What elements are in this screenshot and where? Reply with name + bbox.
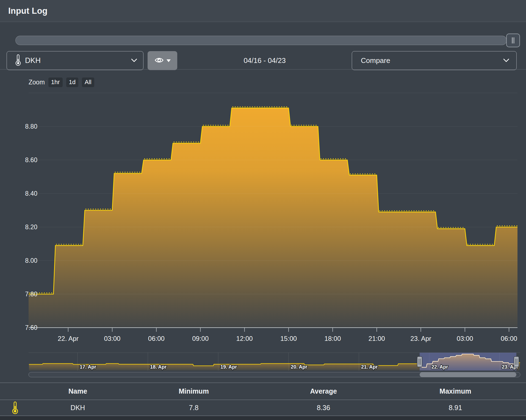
svg-text:17. Apr: 17. Apr — [80, 364, 96, 370]
svg-text:23. Apr: 23. Apr — [410, 335, 431, 342]
svg-text:8.00: 8.00 — [25, 257, 37, 264]
svg-text:09:00: 09:00 — [192, 335, 209, 342]
probe-select-value: DKH — [25, 56, 41, 65]
col-name: Name — [30, 387, 125, 395]
top-range-slider-track[interactable] — [15, 36, 507, 45]
zoom-preset-row: Zoom 1hr 1d All — [29, 77, 94, 87]
input-log-app: 22. Apr03:0006:0009:0012:0015:0018:0021:… — [0, 0, 526, 420]
svg-text:18. Apr: 18. Apr — [150, 364, 167, 370]
row-average: 8.36 — [262, 404, 385, 412]
svg-text:8.40: 8.40 — [25, 190, 37, 197]
svg-text:22. Apr: 22. Apr — [58, 335, 79, 342]
compare-select-label: Compare — [361, 56, 390, 65]
page-title: Input Log — [8, 6, 48, 16]
svg-text:18:00: 18:00 — [324, 335, 341, 342]
svg-text:03:00: 03:00 — [104, 335, 120, 342]
col-minimum: Minimum — [125, 387, 262, 395]
svg-text:20. Apr: 20. Apr — [291, 364, 307, 370]
col-average: Average — [262, 387, 385, 395]
thermometer-icon — [0, 402, 30, 414]
visibility-button[interactable] — [148, 51, 177, 70]
section-divider — [0, 69, 526, 70]
row-name: DKH — [30, 404, 125, 412]
slider-grip-icon — [512, 37, 513, 43]
svg-text:8.20: 8.20 — [25, 223, 37, 231]
svg-text:12:00: 12:00 — [236, 335, 253, 342]
svg-text:19. Apr: 19. Apr — [220, 364, 237, 370]
navigator-handle-left[interactable] — [417, 357, 422, 367]
svg-text:8.80: 8.80 — [25, 123, 37, 130]
row-maximum: 8.91 — [385, 404, 526, 412]
titlebar: Input Log — [0, 0, 526, 22]
table-row[interactable]: DKH 7.8 8.36 8.91 — [0, 400, 526, 416]
svg-text:15:00: 15:00 — [280, 335, 297, 342]
probe-select[interactable]: DKH — [7, 51, 143, 70]
top-range-slider-handle[interactable] — [506, 34, 520, 47]
row-minimum: 7.8 — [125, 404, 262, 412]
eye-icon — [154, 57, 164, 65]
chevron-down-icon — [503, 58, 509, 63]
col-maximum: Maximum — [385, 387, 526, 395]
date-range-label: 04/16 - 04/23 — [192, 51, 337, 70]
compare-select[interactable]: Compare — [352, 51, 517, 70]
caret-down-icon — [167, 58, 171, 63]
slider-grip-icon — [514, 37, 514, 43]
zoom-button-all[interactable]: All — [82, 78, 94, 87]
thermometer-icon — [15, 54, 21, 67]
navigator-scrollbar-thumb[interactable] — [420, 372, 516, 377]
svg-text:03:00: 03:00 — [457, 335, 473, 342]
chevron-down-icon — [131, 58, 137, 63]
zoom-button-1hr[interactable]: 1hr — [48, 78, 63, 87]
navigator-handle-right[interactable] — [514, 357, 519, 367]
svg-text:21. Apr: 21. Apr — [361, 364, 378, 370]
zoom-label: Zoom — [29, 79, 45, 86]
svg-text:06:00: 06:00 — [148, 335, 165, 342]
svg-text:7.80: 7.80 — [25, 291, 37, 298]
svg-text:7.60: 7.60 — [25, 324, 37, 331]
stats-header-row: Name Minimum Average Maximum — [0, 383, 526, 400]
svg-text:22. Apr: 22. Apr — [431, 364, 448, 370]
svg-text:06:00: 06:00 — [501, 335, 517, 342]
svg-text:8.60: 8.60 — [25, 156, 37, 164]
stats-table: Name Minimum Average Maximum DKH 7.8 8.3… — [0, 383, 526, 416]
zoom-button-1d[interactable]: 1d — [66, 78, 78, 87]
svg-text:21:00: 21:00 — [369, 335, 385, 342]
footer-strip — [0, 416, 526, 420]
